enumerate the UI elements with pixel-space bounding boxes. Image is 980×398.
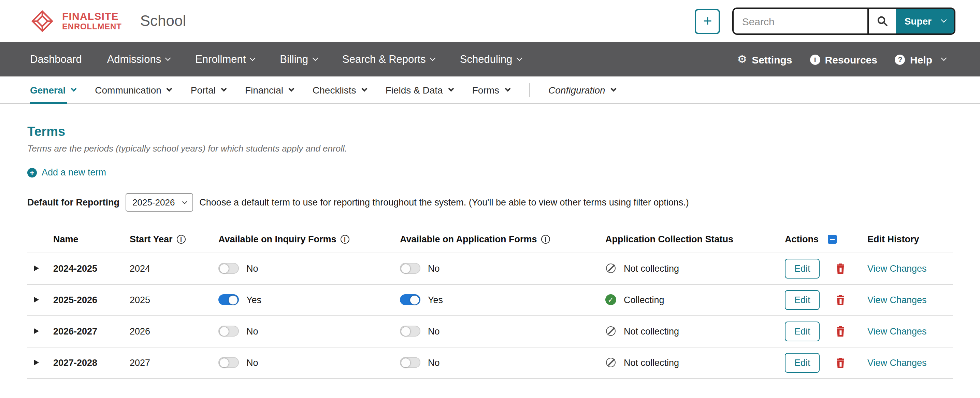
subnav-label: Fields & Data xyxy=(386,84,443,95)
application-toggle[interactable] xyxy=(400,357,420,368)
toggle-knob xyxy=(220,358,229,367)
trash-icon[interactable] xyxy=(836,263,845,274)
subnav-label: Configuration xyxy=(548,84,605,95)
view-changes-link[interactable]: View Changes xyxy=(867,326,927,336)
toggle-knob xyxy=(410,295,419,304)
info-icon[interactable]: i xyxy=(177,235,186,244)
add-new-term-link[interactable]: + Add a new term xyxy=(27,167,106,177)
search-group: Super xyxy=(733,8,955,35)
search-icon xyxy=(877,16,888,27)
inquiry-toggle-label: No xyxy=(247,263,258,274)
nav-search-reports[interactable]: Search & Reports xyxy=(342,53,435,65)
collection-status-label: Collecting xyxy=(624,295,664,305)
brand-wordmark: FINALSITE ENROLLMENT xyxy=(62,11,122,31)
expand-caret-icon[interactable] xyxy=(34,328,39,334)
chevron-down-icon xyxy=(165,55,171,61)
nav-settings[interactable]: ⚙ Settings xyxy=(737,54,792,65)
column-header-actions: Actions xyxy=(785,234,867,244)
top-header: FINALSITE ENROLLMENT School + Super xyxy=(0,0,980,42)
inquiry-toggle-label: Yes xyxy=(247,295,261,305)
view-changes-link[interactable]: View Changes xyxy=(867,263,927,274)
column-header-label: Available on Application Forms xyxy=(400,234,537,244)
toggle-knob xyxy=(401,327,410,336)
toggle-knob xyxy=(220,327,229,336)
inquiry-toggle[interactable] xyxy=(218,263,239,274)
subnav-general[interactable]: General xyxy=(30,76,76,103)
collection-status-icon: ✓ xyxy=(605,294,616,305)
nav-label: Settings xyxy=(752,54,792,65)
search-button[interactable] xyxy=(868,9,896,33)
trash-icon[interactable] xyxy=(836,357,845,368)
nav-resources[interactable]: i Resources xyxy=(810,54,877,65)
default-reporting-help: Choose a default term to use for reporti… xyxy=(199,197,689,207)
expand-caret-icon[interactable] xyxy=(34,297,39,302)
nav-enrollment[interactable]: Enrollment xyxy=(195,53,255,65)
subnav-forms[interactable]: Forms xyxy=(472,76,509,103)
main-content: Terms Terms are the periods (typically s… xyxy=(0,124,980,379)
quick-add-button[interactable]: + xyxy=(695,8,720,34)
brand-home-link[interactable]: FINALSITE ENROLLMENT School xyxy=(30,10,186,33)
expand-caret-icon[interactable] xyxy=(34,360,39,365)
trash-icon[interactable] xyxy=(836,326,845,336)
not-collecting-icon xyxy=(606,326,616,336)
main-nav-left: Dashboard Admissions Enrollment Billing … xyxy=(30,53,521,65)
user-menu-button[interactable]: Super xyxy=(896,9,954,33)
table-row: 2024-2025 2024 No No ✓ Not collecting Ed… xyxy=(27,252,953,283)
subnav-label: Forms xyxy=(472,84,499,95)
collapse-icon[interactable] xyxy=(827,235,836,244)
table-row: 2027-2028 2027 No No ✓ Not collecting Ed… xyxy=(27,347,953,378)
subnav-portal[interactable]: Portal xyxy=(191,76,226,103)
edit-button[interactable]: Edit xyxy=(785,290,820,310)
settings-subnav: General Communication Portal Financial C… xyxy=(0,76,980,104)
subnav-checklists[interactable]: Checklists xyxy=(313,76,366,103)
subnav-configuration[interactable]: Configuration xyxy=(548,76,616,103)
nav-label: Search & Reports xyxy=(342,53,426,65)
nav-dashboard[interactable]: Dashboard xyxy=(30,53,82,65)
terms-table: Name Start Year i Available on Inquiry F… xyxy=(27,226,953,379)
column-header-name: Name xyxy=(53,234,130,244)
nav-label: Admissions xyxy=(107,53,161,65)
toggle-knob xyxy=(229,295,237,304)
subnav-label: Checklists xyxy=(313,84,356,95)
application-toggle[interactable] xyxy=(400,263,420,274)
chevron-down-icon xyxy=(250,55,256,61)
subnav-communication[interactable]: Communication xyxy=(95,76,172,103)
nav-admissions[interactable]: Admissions xyxy=(107,53,170,65)
inquiry-toggle[interactable] xyxy=(218,294,239,305)
edit-button[interactable]: Edit xyxy=(785,353,820,373)
inquiry-toggle[interactable] xyxy=(218,357,239,368)
gear-icon: ⚙ xyxy=(737,54,747,65)
column-header-status: Application Collection Status xyxy=(605,234,785,244)
inquiry-toggle[interactable] xyxy=(218,326,239,337)
subnav-fields-data[interactable]: Fields & Data xyxy=(386,76,453,103)
term-start-year: 2026 xyxy=(130,326,218,336)
info-icon[interactable]: i xyxy=(541,235,550,244)
help-icon: ? xyxy=(895,54,905,65)
user-menu-label: Super xyxy=(905,16,932,27)
expand-caret-icon[interactable] xyxy=(34,266,39,271)
chevron-down-icon xyxy=(941,55,947,61)
search-input[interactable] xyxy=(734,9,868,33)
nav-billing[interactable]: Billing xyxy=(280,53,317,65)
trash-icon[interactable] xyxy=(836,295,845,305)
chevron-down-icon xyxy=(505,86,511,91)
view-changes-link[interactable]: View Changes xyxy=(867,295,927,305)
table-header-row: Name Start Year i Available on Inquiry F… xyxy=(27,226,953,252)
subnav-financial[interactable]: Financial xyxy=(245,76,293,103)
info-icon: i xyxy=(810,54,820,65)
chevron-down-icon xyxy=(312,55,318,61)
column-header-inquiry: Available on Inquiry Forms i xyxy=(218,234,400,244)
nav-help[interactable]: ? Help xyxy=(895,54,946,65)
default-term-select[interactable]: 2025-2026 xyxy=(126,193,193,211)
application-toggle[interactable] xyxy=(400,326,420,337)
chevron-down-icon xyxy=(182,199,187,204)
collecting-check-icon: ✓ xyxy=(605,294,616,305)
subnav-label: Communication xyxy=(95,84,161,95)
nav-scheduling[interactable]: Scheduling xyxy=(460,53,521,65)
info-icon[interactable]: i xyxy=(340,235,349,244)
edit-button[interactable]: Edit xyxy=(785,321,820,341)
application-toggle[interactable] xyxy=(400,294,420,305)
edit-button[interactable]: Edit xyxy=(785,258,820,278)
collection-status-label: Not collecting xyxy=(624,326,679,336)
view-changes-link[interactable]: View Changes xyxy=(867,357,927,368)
